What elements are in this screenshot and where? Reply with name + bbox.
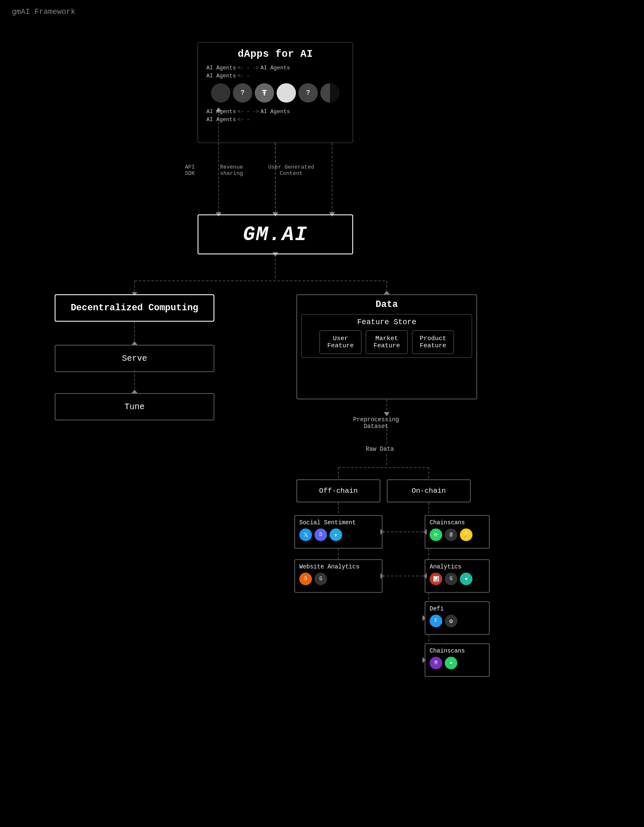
chainscans-box-2: Chainscans M ● bbox=[425, 643, 490, 677]
chainlink-icon: ⟳ bbox=[430, 528, 442, 541]
onchain-label: On-chain bbox=[412, 487, 446, 495]
ai-agents-row-4: AI Agents <- - bbox=[206, 116, 250, 123]
dapps-title: dApps for AI bbox=[238, 48, 313, 60]
user-content-label: User GeneratedContent bbox=[268, 164, 314, 177]
chainscans-1-title: Chainscans bbox=[430, 519, 485, 526]
defi-icons: F ⚙ bbox=[430, 615, 485, 627]
circle-dark-1 bbox=[211, 83, 230, 103]
svg-marker-15 bbox=[384, 291, 390, 294]
circle-t: Ŧ bbox=[255, 83, 274, 103]
ai-agents-row-2: AI Agents <- - bbox=[206, 73, 250, 79]
svg-marker-19 bbox=[132, 390, 137, 393]
ai-agents-label-4: AI Agents bbox=[206, 108, 236, 115]
data-outer-box: Data Feature Store UserFeature MarketFea… bbox=[296, 294, 477, 399]
market-feature-cell: MarketFeature bbox=[366, 330, 408, 354]
gmai-box: GM.AI bbox=[198, 214, 353, 254]
social-sentiment-icons: 𝕏 D ✈ bbox=[299, 528, 377, 541]
decentralized-computing-box: Decentralized Computing bbox=[55, 294, 214, 322]
serve-box: Serve bbox=[55, 345, 214, 372]
circle-white bbox=[277, 83, 296, 103]
feature-cells: UserFeature MarketFeature ProductFeature bbox=[306, 330, 467, 354]
social-sentiment-box: Social Sentiment 𝕏 D ✈ bbox=[294, 515, 383, 549]
analytics-icon-1: 📊 bbox=[430, 573, 442, 585]
analytics-icon-2: G bbox=[445, 573, 457, 585]
defi-box: Defi F ⚙ bbox=[425, 601, 490, 635]
website-analytics-title: Website Analytics bbox=[299, 563, 377, 570]
circle-q-1: ? bbox=[233, 83, 252, 103]
analytics-icon-3: ● bbox=[460, 573, 472, 585]
svg-marker-21 bbox=[384, 412, 390, 416]
discord-icon: D bbox=[314, 528, 327, 541]
website-analytics-box: Website Analytics S G bbox=[294, 559, 383, 593]
social-sentiment-title: Social Sentiment bbox=[299, 519, 377, 526]
analytics-title: Analytics bbox=[430, 563, 485, 570]
raw-data-label: Raw Data bbox=[366, 446, 394, 452]
shopify-icon: S bbox=[299, 573, 312, 585]
revenue-label: Revenuesharing bbox=[220, 164, 243, 177]
chainscans-box-1: Chainscans ⟳ @ 🍌 bbox=[425, 515, 490, 549]
connector-labels: APISDK Revenuesharing User GeneratedCont… bbox=[185, 164, 314, 177]
feature-store-box: Feature Store UserFeature MarketFeature … bbox=[301, 314, 472, 358]
user-feature-cell: UserFeature bbox=[319, 330, 362, 354]
gmai-logo: GM.AI bbox=[243, 223, 308, 246]
chainscans-1-icons: ⟳ @ 🍌 bbox=[430, 528, 485, 541]
ai-agents-row-3: AI Agents <- - -> AI Agents bbox=[206, 108, 290, 115]
ai-agents-label-5: AI Agents bbox=[261, 108, 290, 115]
api-sdk-label: APISDK bbox=[185, 164, 195, 177]
preprocessing-dataset-label: PreprocessingDataset bbox=[353, 416, 399, 430]
offchain-label: Off-chain bbox=[319, 487, 358, 495]
etherscan-icon: @ bbox=[445, 528, 457, 541]
onchain-box: On-chain bbox=[387, 479, 471, 502]
serve-label: Serve bbox=[122, 354, 147, 363]
analytics-icons: 📊 G ● bbox=[430, 573, 485, 585]
chainscans-2-title: Chainscans bbox=[430, 647, 485, 654]
chainscans-2-icon-2: ● bbox=[445, 657, 457, 669]
offchain-box: Off-chain bbox=[296, 479, 380, 502]
twitter-icon: 𝕏 bbox=[299, 528, 312, 541]
svg-marker-17 bbox=[132, 341, 137, 345]
defi-icon-2: ⚙ bbox=[445, 615, 457, 627]
chainscans-2-icons: M ● bbox=[430, 657, 485, 669]
banana-icon: 🍌 bbox=[460, 528, 472, 541]
ai-agents-label-3: AI Agents bbox=[206, 73, 236, 79]
circle-q-2: ? bbox=[298, 83, 318, 103]
website-analytics-icons: S G bbox=[299, 573, 377, 585]
ai-agents-label-2: AI Agents bbox=[261, 65, 290, 71]
diagram-container: gmAI Framework bbox=[0, 0, 644, 827]
ai-agents-label-6: AI Agents bbox=[206, 116, 236, 123]
product-feature-cell: ProductFeature bbox=[412, 330, 454, 354]
circles-row: ? Ŧ ? bbox=[211, 83, 340, 103]
tune-label: Tune bbox=[124, 402, 145, 412]
ai-agents-row-1: AI Agents <- - -> AI Agents bbox=[206, 65, 290, 71]
defi-title: Defi bbox=[430, 605, 485, 612]
ai-agents-label-1: AI Agents bbox=[206, 65, 236, 71]
chainscans-2-icon-1: M bbox=[430, 657, 442, 669]
page-label: gmAI Framework bbox=[12, 8, 75, 16]
decentralized-computing-label: Decentralized Computing bbox=[71, 303, 198, 313]
circle-half bbox=[320, 83, 340, 103]
telegram-icon: ✈ bbox=[330, 528, 342, 541]
data-title: Data bbox=[297, 295, 476, 312]
feature-store-title: Feature Store bbox=[306, 318, 467, 326]
dapps-box: dApps for AI AI Agents <- - -> AI Agents… bbox=[198, 42, 353, 143]
tune-box: Tune bbox=[55, 393, 214, 420]
ga-icon: G bbox=[314, 573, 327, 585]
defi-icon-1: F bbox=[430, 615, 442, 627]
analytics-box: Analytics 📊 G ● bbox=[425, 559, 490, 593]
